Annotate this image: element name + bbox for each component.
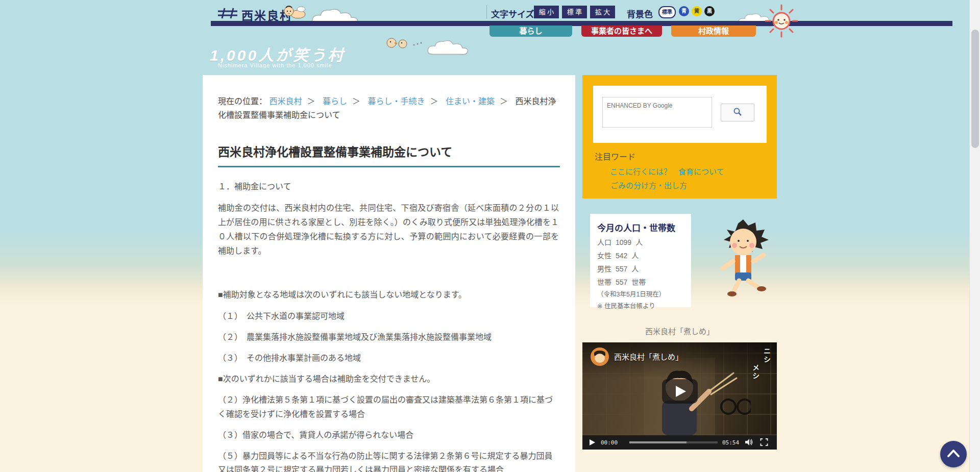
keywords-heading: 注目ワード bbox=[595, 150, 635, 162]
big-play-button[interactable] bbox=[662, 379, 698, 404]
population-label: 世帯 bbox=[597, 278, 611, 286]
population-label: 人口 bbox=[597, 238, 611, 246]
video-buffer bbox=[629, 441, 687, 443]
population-row: 女性542人 bbox=[597, 250, 684, 260]
video-player: 西米良村「煮しめ」 ニシ メシ 00:00 05:54 bbox=[582, 342, 777, 450]
population-label: 女性 bbox=[597, 252, 611, 260]
video-duration: 05:54 bbox=[722, 439, 739, 446]
list-item: （２） 農業集落排水施設整備事業地域及び漁業集落排水施設整備事業地域 bbox=[218, 330, 560, 344]
list-item: （３） その他排水事業計画のある地域 bbox=[218, 351, 560, 365]
avatar-face bbox=[595, 354, 605, 363]
font-size-large-button[interactable]: 拡 大 bbox=[590, 6, 615, 18]
font-size-standard-button[interactable]: 標 準 bbox=[562, 6, 587, 18]
cloud-icon bbox=[425, 37, 472, 57]
bg-color-black-button[interactable]: 黒 bbox=[704, 6, 715, 16]
scrollbar bbox=[969, 0, 980, 472]
population-value: 542 bbox=[616, 252, 627, 260]
volume-icon[interactable] bbox=[745, 438, 753, 446]
breadcrumb-link-sumai[interactable]: 住まい・建築 bbox=[446, 97, 495, 106]
list-item: （２）浄化槽法第５条第１項に基づく設置の届出の審査又は建築基準法第６条第１項に基… bbox=[218, 393, 560, 420]
site-tagline-sub: Nishimera Village with the 1,000 smile bbox=[218, 62, 332, 68]
page-title: 西米良村浄化槽設置整備事業補助金について bbox=[218, 142, 560, 160]
list2-heading: ■次のいずれかに該当する場合は補助金を交付できません。 bbox=[218, 372, 560, 386]
nav-business[interactable]: 事業者の皆さまへ bbox=[581, 26, 662, 37]
population-row: 世帯557世帯 bbox=[597, 277, 684, 287]
search-panel bbox=[593, 86, 767, 143]
flying-baby-mascot bbox=[281, 3, 309, 21]
subsidy-paragraph: 補助金の交付は、西米良村内の住宅、共同住宅、下宿及び寄宿舎（延べ床面積の２分の１… bbox=[218, 201, 559, 258]
bg-color-standard-button[interactable]: 標準 bbox=[658, 6, 676, 18]
font-size-label: 文字サイズ bbox=[491, 7, 534, 20]
search-icon bbox=[733, 107, 742, 116]
video-channel-avatar[interactable] bbox=[591, 347, 609, 366]
breadcrumb-separator: ＞ bbox=[500, 97, 508, 106]
breadcrumb-separator: ＞ bbox=[352, 97, 360, 106]
video-caption: 西米良村「煮しめ」 bbox=[582, 326, 777, 336]
main-content-panel: 現在の位置： 西米良村＞ 暮らし＞ 暮らし・手続き＞ 住まい・建築＞ 西米良村浄… bbox=[203, 75, 575, 472]
breadcrumb-prefix: 現在の位置： bbox=[218, 97, 267, 106]
title-underline bbox=[218, 166, 560, 167]
list-item: （１） 公共下水道の事業認可地域 bbox=[218, 309, 560, 323]
population-title: 今月の人口・世帯数 bbox=[597, 221, 684, 234]
search-input[interactable] bbox=[602, 97, 712, 128]
population-row: 人口1099人 bbox=[597, 237, 684, 247]
population-unit: 人 bbox=[635, 238, 643, 246]
keyword-link-access[interactable]: ここに行くには？ bbox=[610, 166, 671, 177]
population-value: 1099 bbox=[616, 238, 631, 246]
search-widget: 注目ワード ここに行くには？ 食育について ごみの分け方・出し方 bbox=[582, 75, 777, 198]
big-play-icon bbox=[676, 386, 686, 397]
nav-kurashi[interactable]: 暮らし bbox=[489, 26, 572, 37]
population-label: 男性 bbox=[597, 265, 611, 273]
keyword-link-shokuiku[interactable]: 食育について bbox=[678, 166, 724, 177]
logo-mark bbox=[217, 7, 238, 19]
population-asof: （令和3年5月1日現在） bbox=[597, 289, 684, 299]
population-unit: 人 bbox=[631, 252, 639, 260]
list-item: （３）借家の場合で、賃貸人の承諾が得られない場合 bbox=[218, 428, 560, 442]
video-overlay-title[interactable]: 西米良村「煮しめ」 bbox=[614, 351, 683, 362]
running-boy-mascot bbox=[710, 218, 776, 300]
population-row: 男性557人 bbox=[597, 263, 684, 274]
breadcrumb-separator: ＞ bbox=[430, 97, 438, 106]
population-note: ※ 住民基本台帳より bbox=[597, 301, 684, 310]
list-item: （５）暴力団員等による不当な行為の防止等に関する法律第２条第６号に規定する暴力団… bbox=[218, 449, 560, 472]
birds-mascot bbox=[384, 35, 425, 52]
keyword-link-gomi[interactable]: ごみの分け方・出し方 bbox=[610, 180, 687, 190]
video-side-label: メシ bbox=[750, 364, 761, 380]
arrow-up-icon bbox=[940, 441, 967, 467]
spacer bbox=[218, 258, 560, 288]
list1-heading: ■補助対象となる地域は次のいずれにも該当しない地域となります。 bbox=[218, 288, 560, 302]
bg-color-blue-button[interactable]: 青 bbox=[679, 6, 689, 16]
nav-village-info[interactable]: 村政情報 bbox=[671, 26, 756, 37]
population-widget: 今月の人口・世帯数 人口1099人 女性542人 男性557人 世帯557世帯 … bbox=[590, 214, 691, 307]
sun-icon bbox=[765, 4, 798, 38]
section1-heading: １．補助金について bbox=[218, 180, 560, 192]
header-divider bbox=[486, 5, 487, 19]
font-size-small-button[interactable]: 縮 小 bbox=[534, 6, 559, 18]
population-unit: 世帯 bbox=[631, 278, 646, 286]
video-side-label: ニシ bbox=[762, 347, 772, 364]
play-button[interactable] bbox=[590, 439, 595, 445]
breadcrumb: 現在の位置： 西米良村＞ 暮らし＞ 暮らし・手続き＞ 住まい・建築＞ 西米良村浄… bbox=[218, 94, 560, 122]
bg-color-label: 背景色 bbox=[627, 7, 653, 20]
page: 西米良村 文字サイズ 縮 小 標 準 拡 大 背景色 標準 青 黄 黒 暮らし … bbox=[0, 0, 980, 472]
bg-color-yellow-button[interactable]: 黄 bbox=[692, 6, 702, 16]
population-unit: 人 bbox=[631, 265, 639, 273]
video-control-bar: 00:00 05:54 bbox=[582, 435, 777, 450]
breadcrumb-link-kurashi[interactable]: 暮らし bbox=[323, 97, 347, 106]
fullscreen-icon[interactable] bbox=[760, 438, 768, 446]
breadcrumb-separator: ＞ bbox=[307, 97, 315, 106]
population-value: 557 bbox=[616, 265, 627, 273]
video-current-time: 00:00 bbox=[601, 439, 618, 446]
search-button[interactable] bbox=[721, 104, 754, 121]
scroll-to-top-button[interactable] bbox=[940, 441, 967, 467]
breadcrumb-link-tetsuzuki[interactable]: 暮らし・手続き bbox=[368, 97, 425, 106]
video-progress-bar[interactable] bbox=[629, 441, 718, 443]
scrollbar-thumb[interactable] bbox=[971, 30, 979, 148]
breadcrumb-link-home[interactable]: 西米良村 bbox=[269, 97, 302, 106]
population-value: 557 bbox=[616, 278, 627, 286]
